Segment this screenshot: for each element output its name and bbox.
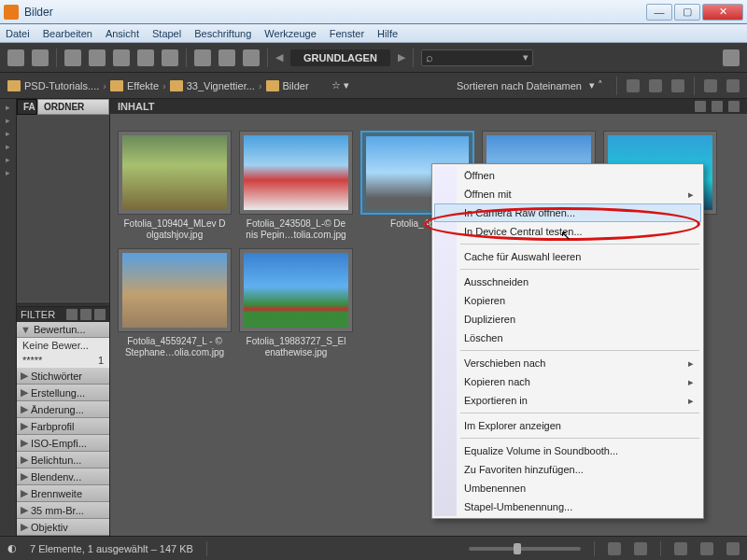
folder-icon xyxy=(7,80,21,91)
menu-icon[interactable] xyxy=(94,309,106,320)
filter-35mm[interactable]: ▶35 mm-Br... xyxy=(17,502,109,519)
thumbnail-icon[interactable] xyxy=(649,79,662,92)
view-list-icon[interactable] xyxy=(728,101,740,112)
cursor-icon: ↖ xyxy=(560,228,571,243)
view-mode-3-icon[interactable] xyxy=(726,542,740,555)
close-button[interactable]: ✕ xyxy=(702,4,743,21)
filter-farbprofil[interactable]: ▶Farbprofil xyxy=(17,418,109,435)
context-menu-item[interactable]: Equalize Volume in Soundbooth... xyxy=(434,441,701,460)
sort-label[interactable]: Sortieren nach Dateinamen xyxy=(457,80,582,91)
workspace-label[interactable]: GRUNDLAGEN xyxy=(290,49,390,66)
title-bar: Bilder — ▢ ✕ xyxy=(0,0,747,24)
context-menu-item[interactable]: Öffnen mit▸ xyxy=(434,185,701,203)
filter-aenderung[interactable]: ▶Änderung... xyxy=(17,401,109,418)
delete-icon[interactable] xyxy=(726,79,740,92)
filter-brennweite[interactable]: ▶Brennweite xyxy=(17,485,109,502)
filter-stichwoerter[interactable]: ▶Stichwörter xyxy=(17,368,109,385)
status-text: 7 Elemente, 1 ausgewählt – 147 KB xyxy=(30,543,193,554)
filter-icon[interactable] xyxy=(627,79,640,92)
thumbnail[interactable]: Fotolia_243508_L-© Denis Pepin…tolia.com… xyxy=(239,131,353,241)
folder-icon xyxy=(170,80,183,91)
filter-iso[interactable]: ▶ISO-Empfi... xyxy=(17,435,109,452)
nav-back-icon[interactable] xyxy=(7,49,24,66)
new-folder-icon[interactable] xyxy=(704,79,717,92)
menu-fenster[interactable]: Fenster xyxy=(330,28,364,39)
main-toolbar: ◀ GRUNDLAGEN ▶ ▾ xyxy=(0,43,747,73)
filter-belichtung[interactable]: ▶Belichtun... xyxy=(17,452,109,469)
thumbnail-caption: Fotolia_243508_L-© Denis Pepin…tolia.com… xyxy=(246,218,345,241)
app-icon xyxy=(4,5,19,20)
view-grid-icon[interactable] xyxy=(695,101,706,112)
search-input[interactable]: ▾ xyxy=(421,49,533,66)
download-icon[interactable] xyxy=(64,49,81,66)
maximize-button[interactable]: ▢ xyxy=(674,4,700,21)
thumbnail[interactable]: Fotolia_109404_MLev Dolgatshjov.jpg xyxy=(118,131,232,241)
compact-mode-icon[interactable] xyxy=(723,49,740,66)
menu-bearbeiten[interactable]: Bearbeiten xyxy=(43,28,92,39)
context-menu-item[interactable]: In Camera Raw öffnen... xyxy=(434,203,701,222)
context-menu-item[interactable]: Exportieren in▸ xyxy=(434,391,701,410)
context-menu-item[interactable]: Cache für Auswahl leeren xyxy=(434,247,701,266)
status-bar: ◐ 7 Elemente, 1 ausgewählt – 147 KB xyxy=(0,536,747,560)
breadcrumb: PSD-Tutorials.... › Effekte › 33_Vignett… xyxy=(0,73,747,99)
zoom-slider[interactable] xyxy=(469,547,581,551)
collapsed-panel-strip[interactable]: ▸▸▸▸▸▸ xyxy=(0,99,17,536)
context-menu-item[interactable]: Im Explorer anzeigen xyxy=(434,416,701,435)
filter-5-stars[interactable]: *****1 xyxy=(17,353,109,368)
grid-lock-icon[interactable] xyxy=(608,542,621,555)
filter-erstellung[interactable]: ▶Erstellung... xyxy=(17,385,109,401)
context-menu-item[interactable]: Ausschneiden xyxy=(434,273,701,291)
rotate-cw-icon[interactable] xyxy=(218,49,235,66)
window-title: Bilder xyxy=(24,6,646,19)
menu-beschriftung[interactable]: Beschriftung xyxy=(194,28,251,39)
star-rating-icon[interactable] xyxy=(671,79,684,92)
pin-icon[interactable] xyxy=(66,309,78,320)
crumb-2[interactable]: Effekte xyxy=(127,80,159,91)
menu-bar: Datei Bearbeiten Ansicht Stapel Beschrif… xyxy=(0,24,747,43)
view-detail-icon[interactable] xyxy=(712,101,723,112)
thumbnail[interactable]: Fotolia_4559247_L - ©Stephane…olia.com.j… xyxy=(118,248,232,358)
view-mode-1-icon[interactable] xyxy=(674,542,687,555)
context-menu-item[interactable]: Kopieren xyxy=(434,291,701,310)
nav-forward-icon[interactable] xyxy=(32,49,49,66)
filter-objektiv[interactable]: ▶Objektiv xyxy=(17,519,109,536)
open-app-icon[interactable] xyxy=(137,49,154,66)
thumbnail[interactable]: Fotolia_19883727_S_Elenathewise.jpg xyxy=(239,248,353,358)
context-menu-item[interactable]: Duplizieren xyxy=(434,310,701,329)
filter-panel-header[interactable]: FILTER xyxy=(17,307,109,322)
context-menu-item[interactable]: Öffnen xyxy=(434,166,701,185)
filter-bewertung[interactable]: ▼Bewertun... xyxy=(17,322,109,338)
context-menu-item[interactable]: Stapel-Umbenennung... xyxy=(434,497,701,516)
spinner-icon: ◐ xyxy=(7,542,17,554)
context-menu-item[interactable]: Löschen xyxy=(434,329,701,347)
tab-ordner[interactable]: ORDNER xyxy=(37,99,109,115)
camera-icon[interactable] xyxy=(89,49,106,66)
crumb-4[interactable]: Bilder xyxy=(283,80,309,91)
output-icon[interactable] xyxy=(162,49,178,66)
menu-datei[interactable]: Datei xyxy=(6,28,30,39)
context-menu-item[interactable]: Zu Favoriten hinzufügen... xyxy=(434,460,701,479)
menu-ansicht[interactable]: Ansicht xyxy=(106,28,139,39)
rotate-ccw-icon[interactable] xyxy=(194,49,211,66)
context-menu-item[interactable]: Verschieben nach▸ xyxy=(434,354,701,372)
clear-icon[interactable] xyxy=(80,309,92,320)
tab-favorites[interactable]: FA xyxy=(17,99,37,115)
context-menu-item[interactable]: Umbenennen xyxy=(434,479,701,497)
crumb-3[interactable]: 33_Vignettier... xyxy=(187,80,255,91)
minimize-button[interactable]: — xyxy=(646,4,672,21)
content-tab[interactable]: INHALT xyxy=(110,99,747,114)
menu-stapel[interactable]: Stapel xyxy=(152,28,181,39)
thumbnail-caption: Fotolia_4559247_L - ©Stephane…olia.com.j… xyxy=(125,336,224,358)
preview-mode-icon[interactable] xyxy=(634,542,647,555)
menu-werkzeuge[interactable]: Werkzeuge xyxy=(264,28,316,39)
crumb-1[interactable]: PSD-Tutorials.... xyxy=(24,80,99,91)
folder-panel-body xyxy=(17,115,109,301)
filter-no-rating[interactable]: Keine Bewer... xyxy=(17,338,109,353)
filter-blende[interactable]: ▶Blendenv... xyxy=(17,469,109,485)
trash-icon[interactable] xyxy=(243,49,260,66)
context-menu-item[interactable]: Kopieren nach▸ xyxy=(434,372,701,391)
menu-hilfe[interactable]: Hilfe xyxy=(377,28,398,39)
favorite-star-icon[interactable]: ☆ ▾ xyxy=(331,79,349,91)
refine-icon[interactable] xyxy=(113,49,130,66)
view-mode-2-icon[interactable] xyxy=(700,542,713,555)
